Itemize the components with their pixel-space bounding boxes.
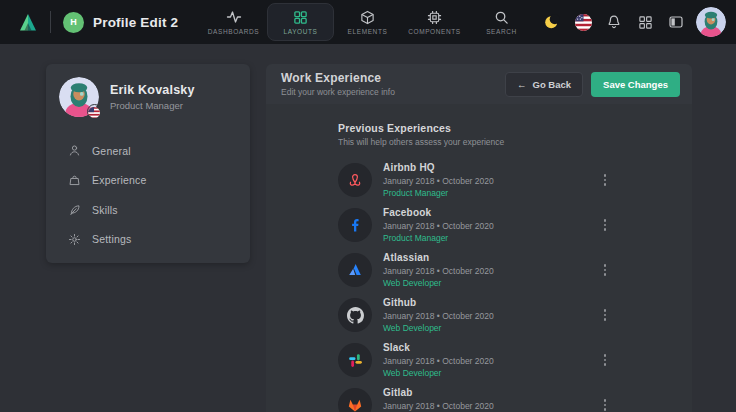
nav-label: DASHBOARDS bbox=[208, 28, 260, 35]
row-menu-button[interactable] bbox=[600, 350, 611, 370]
nav-item-layouts[interactable]: LAYOUTS bbox=[267, 3, 334, 41]
experience-row-airbnb: Airbnb HQ January 2018 • October 2020 Pr… bbox=[338, 163, 610, 197]
gitlab-logo-icon bbox=[338, 388, 372, 412]
row-menu-button[interactable] bbox=[600, 305, 611, 325]
sidebar-item-experience[interactable]: Experience bbox=[46, 166, 250, 196]
experience-company: Atlassian bbox=[383, 252, 494, 263]
nav-item-dashboards[interactable]: DASHBOARDS bbox=[200, 0, 267, 44]
notifications-bell-icon[interactable] bbox=[603, 11, 625, 33]
profile-avatar bbox=[59, 77, 99, 117]
github-logo-icon bbox=[338, 298, 372, 332]
airbnb-logo-icon bbox=[338, 163, 372, 197]
profile-role: Product Manager bbox=[110, 100, 195, 111]
dark-mode-moon-icon[interactable] bbox=[541, 11, 563, 33]
sidebar-item-label: General bbox=[92, 145, 131, 157]
section-subtitle: This will help others assess your experi… bbox=[338, 137, 610, 147]
row-menu-button[interactable] bbox=[600, 170, 611, 190]
panel-toggle-icon[interactable] bbox=[665, 11, 687, 33]
apps-grid-icon[interactable] bbox=[634, 11, 656, 33]
row-menu-button[interactable] bbox=[600, 215, 611, 235]
top-nav: DASHBOARDS LAYOUTS ELEMENTS COMPONENTS bbox=[200, 0, 535, 44]
experience-row-slack: Slack January 2018 • October 2020 Web De… bbox=[338, 343, 610, 377]
experience-row-facebook: Facebook January 2018 • October 2020 Pro… bbox=[338, 208, 610, 242]
experience-company: Slack bbox=[383, 342, 494, 353]
box-icon bbox=[360, 9, 375, 25]
profile-name: Erik Kovalsky bbox=[110, 83, 195, 97]
panel-title: Work Experience bbox=[281, 71, 395, 85]
experience-role: Product Manager bbox=[383, 233, 494, 243]
experience-period: January 2018 • October 2020 bbox=[383, 176, 494, 186]
nav-label: SEARCH bbox=[486, 28, 517, 35]
experience-period: January 2018 • October 2020 bbox=[383, 266, 494, 276]
workspace-badge: H bbox=[63, 12, 84, 33]
sidebar-item-skills[interactable]: Skills bbox=[46, 195, 250, 225]
facebook-logo-icon bbox=[338, 208, 372, 242]
experience-row-github: Github January 2018 • October 2020 Web D… bbox=[338, 298, 610, 332]
experience-role: Web Developer bbox=[383, 368, 494, 378]
nav-label: LAYOUTS bbox=[283, 28, 317, 35]
nav-label: ELEMENTS bbox=[348, 28, 388, 35]
cpu-icon bbox=[427, 9, 442, 25]
experience-period: January 2018 • October 2020 bbox=[383, 356, 494, 366]
row-menu-button[interactable] bbox=[600, 260, 611, 280]
experience-period: January 2018 • October 2020 bbox=[383, 311, 494, 321]
brand-divider bbox=[50, 11, 51, 33]
sidebar-item-general[interactable]: General bbox=[46, 136, 250, 166]
save-changes-button[interactable]: Save Changes bbox=[591, 72, 680, 97]
sidebar-item-settings[interactable]: Settings bbox=[46, 225, 250, 255]
experience-company: Gitlab bbox=[383, 387, 494, 398]
briefcase-icon bbox=[67, 173, 81, 187]
panel-subtitle: Edit your work experience info bbox=[281, 87, 395, 97]
gear-icon bbox=[67, 232, 81, 246]
sidebar-item-label: Skills bbox=[92, 204, 118, 216]
profile-summary: Erik Kovalsky Product Manager bbox=[46, 64, 250, 117]
experience-period: January 2018 • October 2020 bbox=[383, 401, 494, 411]
row-menu-button[interactable] bbox=[600, 395, 611, 412]
experience-company: Github bbox=[383, 297, 494, 308]
panel-header: Work Experience Edit your work experienc… bbox=[266, 64, 692, 104]
language-flag-us-icon[interactable] bbox=[572, 11, 594, 33]
country-flag-us-icon bbox=[87, 104, 102, 119]
experience-company: Facebook bbox=[383, 207, 494, 218]
sidebar-item-label: Experience bbox=[92, 174, 147, 186]
app-logo-icon bbox=[16, 10, 40, 34]
back-arrow-icon: ← bbox=[517, 79, 527, 90]
sidebar-item-label: Settings bbox=[92, 233, 132, 245]
user-avatar[interactable] bbox=[696, 7, 726, 37]
experience-company: Airbnb HQ bbox=[383, 162, 494, 173]
page-title: Profile Edit 2 bbox=[93, 15, 178, 30]
experience-role: Product Manager bbox=[383, 188, 494, 198]
profile-sidebar-card: Erik Kovalsky Product Manager General Ex… bbox=[46, 64, 250, 263]
profile-menu: General Experience Skills Settings bbox=[46, 136, 250, 254]
experience-role: Web Developer bbox=[383, 278, 494, 288]
atlassian-logo-icon bbox=[338, 253, 372, 287]
user-icon bbox=[67, 144, 81, 158]
experience-row-atlassian: Atlassian January 2018 • October 2020 We… bbox=[338, 253, 610, 287]
nav-item-components[interactable]: COMPONENTS bbox=[401, 0, 468, 44]
experience-period: January 2018 • October 2020 bbox=[383, 221, 494, 231]
nav-item-elements[interactable]: ELEMENTS bbox=[334, 0, 401, 44]
search-icon bbox=[494, 9, 509, 25]
experience-row-gitlab: Gitlab January 2018 • October 2020 Web D… bbox=[338, 388, 610, 412]
nav-label: COMPONENTS bbox=[408, 28, 461, 35]
top-right-actions bbox=[541, 0, 726, 44]
top-bar: H Profile Edit 2 DASHBOARDS LAYOUTS E bbox=[0, 0, 736, 44]
section-title: Previous Experiences bbox=[338, 122, 610, 134]
work-experience-panel: Work Experience Edit your work experienc… bbox=[266, 64, 692, 412]
go-back-button[interactable]: ← Go Back bbox=[505, 72, 583, 97]
nav-item-search[interactable]: SEARCH bbox=[468, 0, 535, 44]
app-screen: H Profile Edit 2 DASHBOARDS LAYOUTS E bbox=[0, 0, 736, 412]
brand: H Profile Edit 2 bbox=[0, 10, 178, 34]
grid-layout-icon bbox=[293, 9, 308, 25]
feather-icon bbox=[67, 203, 81, 217]
slack-logo-icon bbox=[338, 343, 372, 377]
experience-role: Web Developer bbox=[383, 323, 494, 333]
activity-icon bbox=[226, 9, 242, 25]
panel-body: Previous Experiences This will help othe… bbox=[266, 104, 692, 412]
